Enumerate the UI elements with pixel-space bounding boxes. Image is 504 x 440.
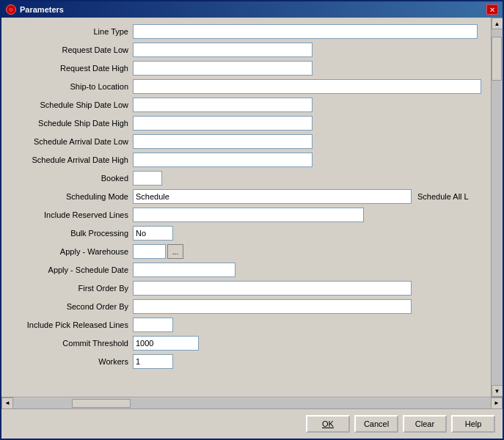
request-date-low-input[interactable] bbox=[133, 43, 313, 57]
scroll-up-button[interactable]: ▲ bbox=[492, 18, 503, 29]
include-pick-released-label: Include Pick Released Lines bbox=[4, 320, 133, 329]
schedule-ship-date-high-label: Schedule Ship Date High bbox=[4, 119, 133, 128]
schedule-arrival-date-low-input[interactable] bbox=[133, 134, 313, 149]
scheduling-mode-label: Scheduling Mode bbox=[4, 192, 133, 201]
include-reserved-lines-input[interactable] bbox=[133, 208, 364, 222]
scroll-thumb[interactable] bbox=[492, 37, 502, 81]
request-date-low-row: Request Date Low bbox=[4, 42, 488, 58]
workers-label: Workers bbox=[4, 357, 133, 366]
first-order-by-row: First Order By bbox=[4, 280, 488, 296]
workers-row: Workers bbox=[4, 353, 488, 370]
ship-to-location-row: Ship-to Location bbox=[4, 78, 488, 95]
line-type-row: Line Type bbox=[4, 23, 488, 40]
second-order-by-input[interactable] bbox=[133, 299, 412, 314]
scroll-right-button[interactable]: ► bbox=[491, 397, 503, 409]
help-button[interactable]: Help bbox=[451, 415, 495, 433]
apply-schedule-date-label: Apply - Schedule Date bbox=[4, 265, 133, 274]
schedule-ship-date-low-label: Schedule Ship Date Low bbox=[4, 100, 133, 109]
title-bar: ○ Parameters ✕ bbox=[1, 1, 503, 18]
apply-warehouse-input[interactable] bbox=[133, 244, 166, 259]
hscroll-thumb[interactable] bbox=[72, 399, 131, 408]
content-area: Line Type Request Date Low Request Date … bbox=[1, 18, 503, 397]
scroll-track[interactable] bbox=[492, 29, 503, 385]
request-date-high-input[interactable] bbox=[133, 61, 313, 76]
apply-warehouse-group: ... bbox=[133, 244, 183, 259]
warehouse-browse-button[interactable]: ... bbox=[167, 244, 183, 259]
first-order-by-label: First Order By bbox=[4, 284, 133, 293]
scheduling-mode-input[interactable] bbox=[133, 189, 412, 204]
bulk-processing-row: Bulk Processing bbox=[4, 225, 488, 241]
ship-to-location-input[interactable] bbox=[133, 79, 481, 94]
commit-threshold-input[interactable] bbox=[133, 336, 199, 351]
include-pick-released-row: Include Pick Released Lines bbox=[4, 317, 488, 333]
button-bar: OK Cancel Clear Help bbox=[1, 408, 503, 439]
request-date-high-row: Request Date High bbox=[4, 60, 488, 76]
booked-label: Booked bbox=[4, 174, 133, 183]
include-reserved-lines-label: Include Reserved Lines bbox=[4, 210, 133, 219]
title-bar-left: ○ Parameters bbox=[6, 4, 64, 15]
schedule-ship-date-high-input[interactable] bbox=[133, 116, 313, 131]
schedule-arrival-date-high-input[interactable] bbox=[133, 153, 313, 167]
second-order-by-label: Second Order By bbox=[4, 302, 133, 311]
include-reserved-lines-row: Include Reserved Lines bbox=[4, 207, 488, 223]
app-icon: ○ bbox=[6, 4, 16, 15]
schedule-arrival-date-high-label: Schedule Arrival Date High bbox=[4, 155, 133, 164]
booked-input[interactable] bbox=[133, 171, 162, 186]
apply-schedule-date-input[interactable] bbox=[133, 263, 235, 277]
ok-button[interactable]: OK bbox=[306, 415, 350, 433]
schedule-arrival-date-high-row: Schedule Arrival Date High bbox=[4, 152, 488, 168]
bulk-processing-label: Bulk Processing bbox=[4, 229, 133, 238]
schedule-all-label: Schedule All L bbox=[417, 192, 469, 201]
vertical-scrollbar[interactable]: ▲ ▼ bbox=[491, 18, 503, 397]
window-title: Parameters bbox=[20, 5, 64, 14]
schedule-ship-date-low-row: Schedule Ship Date Low bbox=[4, 97, 488, 113]
request-date-high-label: Request Date High bbox=[4, 64, 133, 73]
parameters-window: ○ Parameters ✕ Line Type Request Date Lo… bbox=[0, 0, 504, 440]
horizontal-scrollbar[interactable]: ◄ ► bbox=[1, 397, 503, 408]
bulk-processing-input[interactable] bbox=[133, 226, 173, 241]
schedule-arrival-date-low-row: Schedule Arrival Date Low bbox=[4, 133, 488, 150]
second-order-by-row: Second Order By bbox=[4, 298, 488, 315]
close-button[interactable]: ✕ bbox=[486, 4, 498, 15]
workers-input[interactable] bbox=[133, 354, 173, 369]
hscroll-track[interactable] bbox=[13, 398, 491, 408]
booked-row: Booked bbox=[4, 170, 488, 186]
line-type-label: Line Type bbox=[4, 27, 133, 36]
include-pick-released-input[interactable] bbox=[133, 318, 173, 332]
request-date-low-label: Request Date Low bbox=[4, 45, 133, 54]
apply-warehouse-label: Apply - Warehouse bbox=[4, 247, 133, 256]
form-scroll[interactable]: Line Type Request Date Low Request Date … bbox=[1, 18, 491, 397]
schedule-ship-date-low-input[interactable] bbox=[133, 98, 313, 112]
schedule-arrival-date-low-label: Schedule Arrival Date Low bbox=[4, 137, 133, 146]
line-type-input[interactable] bbox=[133, 24, 478, 39]
scroll-down-button[interactable]: ▼ bbox=[492, 385, 503, 397]
scheduling-mode-group: Schedule All L bbox=[133, 189, 469, 204]
cancel-button[interactable]: Cancel bbox=[354, 415, 398, 433]
apply-warehouse-row: Apply - Warehouse ... bbox=[4, 243, 488, 260]
ship-to-location-label: Ship-to Location bbox=[4, 82, 133, 91]
scroll-left-button[interactable]: ◄ bbox=[1, 397, 13, 409]
commit-threshold-label: Commit Threshold bbox=[4, 339, 133, 348]
clear-button[interactable]: Clear bbox=[403, 415, 447, 433]
apply-schedule-date-row: Apply - Schedule Date bbox=[4, 262, 488, 278]
scheduling-mode-row: Scheduling Mode Schedule All L bbox=[4, 188, 488, 205]
first-order-by-input[interactable] bbox=[133, 281, 412, 296]
commit-threshold-row: Commit Threshold bbox=[4, 335, 488, 351]
schedule-ship-date-high-row: Schedule Ship Date High bbox=[4, 115, 488, 131]
